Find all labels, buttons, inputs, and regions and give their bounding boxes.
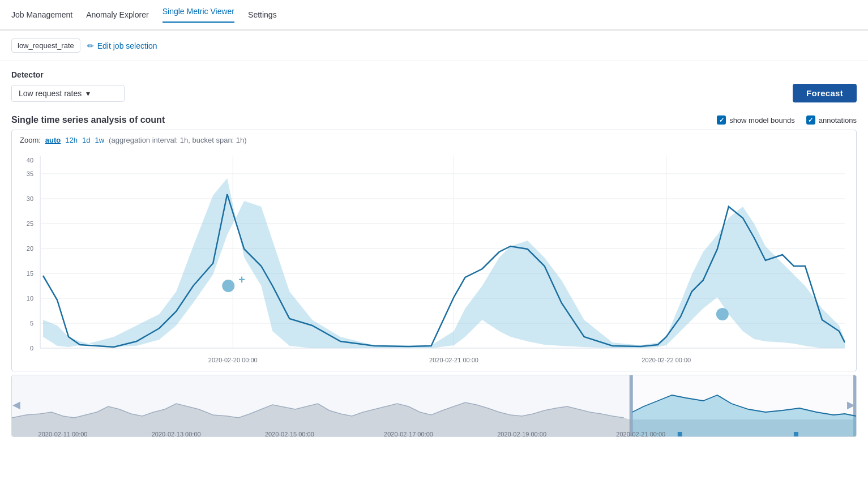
- svg-text:2020-02-20 00:00: 2020-02-20 00:00: [208, 357, 258, 363]
- detector-selected-value: Low request rates: [19, 89, 82, 98]
- nav-settings[interactable]: Settings: [248, 10, 277, 19]
- detector-section: Detector Low request rates ▾ Forecast: [0, 61, 868, 109]
- svg-rect-36: [794, 432, 798, 437]
- chart-controls: show model bounds annotations: [717, 115, 857, 125]
- svg-text:2020-02-13 00:00: 2020-02-13 00:00: [152, 431, 201, 437]
- nav-single-metric-viewer[interactable]: Single Metric Viewer: [163, 7, 234, 23]
- svg-text:15: 15: [27, 270, 33, 277]
- detector-dropdown[interactable]: Low request rates ▾: [11, 85, 125, 102]
- svg-text:2020-02-21 00:00: 2020-02-21 00:00: [616, 431, 665, 437]
- svg-text:2020-02-11 00:00: 2020-02-11 00:00: [39, 431, 88, 437]
- svg-text:2020-02-17 00:00: 2020-02-17 00:00: [384, 431, 433, 437]
- forecast-button[interactable]: Forecast: [793, 84, 857, 102]
- svg-text:0: 0: [30, 345, 33, 352]
- main-chart-svg: 0 5 10 15 20 25 30 35 40 2020-02-20 00:0…: [12, 144, 856, 371]
- edit-icon: ✏: [87, 41, 94, 50]
- svg-text:2020-02-15 00:00: 2020-02-15 00:00: [265, 431, 314, 437]
- nav-job-management[interactable]: Job Management: [11, 10, 72, 19]
- svg-rect-35: [678, 432, 682, 437]
- svg-text:◀: ◀: [12, 399, 20, 410]
- annotations-label: annotations: [819, 116, 857, 125]
- svg-text:40: 40: [27, 157, 33, 164]
- zoom-1d[interactable]: 1d: [82, 136, 90, 144]
- show-model-bounds-toggle[interactable]: show model bounds: [717, 115, 795, 125]
- svg-text:20: 20: [27, 245, 33, 252]
- mini-chart-wrapper: 2020-02-11 00:00 2020-02-13 00:00 2020-0…: [11, 375, 857, 437]
- mini-chart-svg: 2020-02-11 00:00 2020-02-13 00:00 2020-0…: [12, 375, 856, 437]
- svg-text:▶: ▶: [847, 399, 855, 410]
- chart-zoom-bar: Zoom: auto 12h 1d 1w (aggregation interv…: [12, 130, 856, 144]
- annotations-checkbox[interactable]: [806, 115, 815, 125]
- main-chart-wrapper: Zoom: auto 12h 1d 1w (aggregation interv…: [11, 130, 857, 371]
- job-badge: low_request_rate: [11, 38, 80, 53]
- detector-label: Detector: [11, 70, 857, 79]
- svg-text:2020-02-22 00:00: 2020-02-22 00:00: [642, 357, 691, 363]
- svg-text:25: 25: [27, 220, 33, 227]
- svg-text:2020-02-19 00:00: 2020-02-19 00:00: [497, 431, 546, 437]
- detector-row: Low request rates ▾ Forecast: [11, 84, 857, 102]
- mini-chart-section: 2020-02-11 00:00 2020-02-13 00:00 2020-0…: [0, 375, 868, 437]
- annotations-toggle[interactable]: annotations: [806, 115, 857, 125]
- svg-text:2020-02-21 00:00: 2020-02-21 00:00: [429, 357, 478, 363]
- top-bar: low_request_rate ✏ Edit job selection: [0, 31, 868, 61]
- nav-anomaly-explorer[interactable]: Anomaly Explorer: [86, 10, 149, 19]
- nav-bar: Job Management Anomaly Explorer Single M…: [0, 0, 868, 31]
- model-bounds-label: show model bounds: [729, 116, 795, 125]
- zoom-12h[interactable]: 12h: [65, 136, 78, 144]
- zoom-1w[interactable]: 1w: [95, 136, 104, 144]
- chart-title: Single time series analysis of count: [11, 115, 165, 125]
- svg-text:5: 5: [30, 320, 33, 327]
- svg-text:10: 10: [27, 295, 33, 302]
- model-bounds-checkbox[interactable]: [717, 115, 726, 125]
- svg-text:30: 30: [27, 195, 33, 202]
- svg-text:+: +: [238, 273, 245, 286]
- svg-point-27: [222, 280, 234, 292]
- svg-point-29: [716, 308, 729, 320]
- aggregation-info: (aggregation interval: 1h, bucket span: …: [109, 136, 247, 144]
- zoom-auto[interactable]: auto: [45, 136, 61, 144]
- chart-container: Zoom: auto 12h 1d 1w (aggregation interv…: [0, 130, 868, 371]
- edit-job-link[interactable]: ✏ Edit job selection: [87, 41, 157, 50]
- svg-text:35: 35: [27, 170, 33, 177]
- svg-marker-25: [43, 178, 845, 348]
- zoom-label: Zoom:: [20, 136, 41, 144]
- edit-job-label: Edit job selection: [97, 41, 157, 50]
- chart-header: Single time series analysis of count sho…: [0, 109, 868, 130]
- detector-chevron-icon: ▾: [86, 89, 90, 98]
